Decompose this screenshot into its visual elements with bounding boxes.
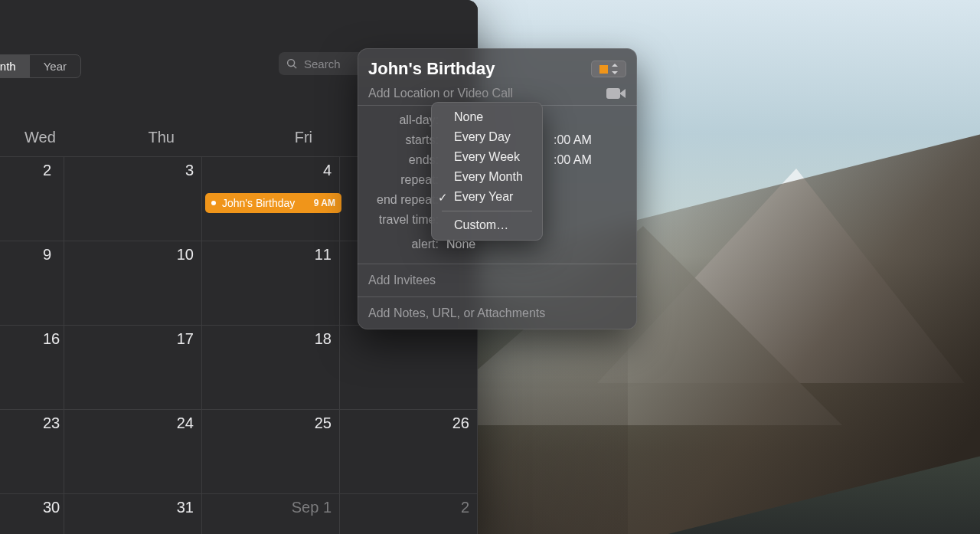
- day-cell[interactable]: 23: [0, 410, 64, 493]
- day-cell[interactable]: 16: [0, 326, 64, 409]
- day-cell[interactable]: Sep 1: [202, 494, 340, 534]
- day-cell[interactable]: 11: [202, 241, 340, 325]
- weekday-thu: Thu: [64, 129, 202, 146]
- day-cell[interactable]: 24: [64, 410, 202, 493]
- event-title-field[interactable]: John's Birthday: [368, 59, 591, 79]
- tab-year[interactable]: Year: [30, 55, 80, 77]
- repeat-dropdown-menu: None Every Day Every Week Every Month ✓E…: [431, 102, 543, 241]
- calendar-color-swatch: [599, 65, 608, 74]
- menu-separator: [442, 211, 532, 211]
- event-time: 9 AM: [314, 198, 335, 208]
- event-dot-icon: [211, 201, 216, 205]
- repeat-option-custom[interactable]: Custom…: [431, 215, 543, 235]
- calendar-color-select[interactable]: [591, 61, 626, 77]
- day-cell[interactable]: 18: [202, 326, 340, 409]
- add-invitees-field[interactable]: Add Invitees: [358, 264, 637, 296]
- chevron-updown-icon: [611, 64, 619, 74]
- day-cell[interactable]: 10: [64, 241, 202, 325]
- ends-value[interactable]: :00 AM: [554, 153, 592, 167]
- search-icon: [286, 58, 298, 70]
- event-pill[interactable]: John's Birthday 9 AM: [205, 193, 341, 213]
- day-cell[interactable]: [340, 326, 478, 409]
- repeat-option-week[interactable]: Every Week: [431, 147, 543, 167]
- video-call-icon[interactable]: [606, 87, 626, 100]
- repeat-option-none[interactable]: None: [431, 107, 543, 127]
- day-cell[interactable]: 26: [340, 410, 478, 493]
- tab-month[interactable]: Month: [0, 55, 30, 77]
- day-cell[interactable]: 17: [64, 326, 202, 409]
- check-icon: ✓: [438, 191, 448, 205]
- day-cell[interactable]: 9: [0, 241, 64, 325]
- location-field[interactable]: Add Location or Video Call: [368, 87, 606, 100]
- day-cell[interactable]: 2: [0, 157, 64, 241]
- view-segmented-control: Month Year: [0, 54, 81, 78]
- day-cell[interactable]: 25: [202, 410, 340, 493]
- weekday-wed: Wed: [0, 129, 64, 146]
- desktop-wallpaper: Month Year Wed Thu Fri 2 3 4 9 10: [0, 0, 980, 534]
- starts-value[interactable]: :00 AM: [554, 133, 592, 147]
- day-cell[interactable]: 31: [64, 494, 202, 534]
- repeat-option-month[interactable]: Every Month: [431, 167, 543, 187]
- repeat-option-year[interactable]: ✓Every Year: [431, 187, 543, 207]
- day-cell[interactable]: 30: [0, 494, 64, 534]
- day-cell[interactable]: 3: [64, 157, 202, 241]
- day-cell[interactable]: 2: [340, 494, 478, 534]
- weekday-fri: Fri: [202, 129, 340, 146]
- event-title: John's Birthday: [222, 197, 308, 209]
- add-notes-field[interactable]: Add Notes, URL, or Attachments: [358, 297, 637, 329]
- repeat-option-day[interactable]: Every Day: [431, 127, 543, 147]
